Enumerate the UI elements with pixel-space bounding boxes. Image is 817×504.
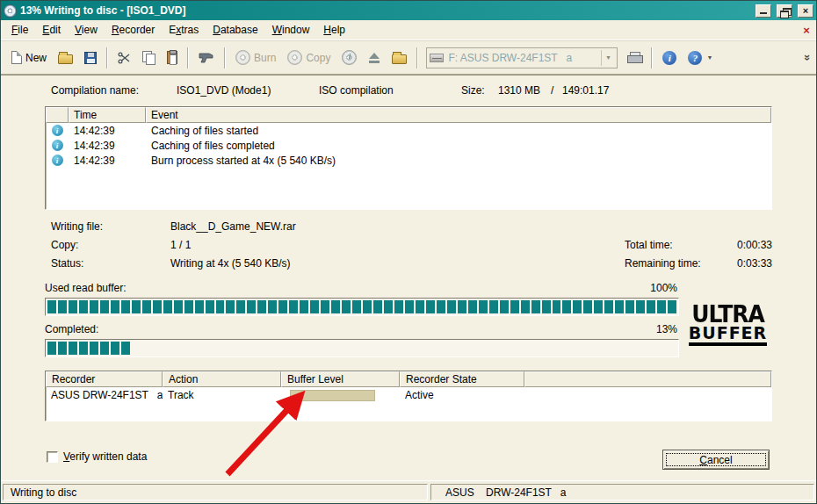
eject-button[interactable]	[363, 48, 386, 68]
log-info-icon: i	[52, 125, 63, 136]
menu-item-edit[interactable]: Edit	[35, 21, 68, 39]
progress-segment	[416, 300, 424, 313]
progress-segment	[373, 300, 382, 313]
verify-checkbox-row: Verify written data	[47, 450, 147, 463]
copy-button[interactable]	[137, 47, 161, 68]
disc-info-icon: i	[342, 50, 357, 65]
menu-item-recorder[interactable]: Recorder	[105, 21, 162, 39]
status-recorder: ASUS DRW-24F1ST a	[430, 484, 814, 500]
recorder-row[interactable]: ASUS DRW-24F1ST aTrackActive	[46, 387, 771, 403]
status-text: Writing to disc	[3, 484, 428, 500]
progress-segment	[562, 342, 571, 355]
column-buffer-level[interactable]: Buffer Level	[281, 371, 400, 387]
copy-label: Copy:	[51, 239, 78, 251]
column-recorder-state[interactable]: Recorder State	[400, 371, 524, 387]
read-buffer-percent: 100%	[616, 282, 677, 294]
compilation-name-label: Compilation name:	[51, 84, 139, 97]
column-recorder[interactable]: Recorder	[46, 371, 163, 387]
log-column-time[interactable]: Time	[69, 107, 146, 123]
menu-item-view[interactable]: View	[68, 21, 105, 39]
progress-segment	[278, 300, 287, 313]
size-separator: /	[551, 84, 553, 97]
log-row[interactable]: i14:42:39Caching of files completed	[46, 138, 771, 153]
progress-segment	[47, 300, 56, 313]
toolbar-overflow-button[interactable]: »	[805, 51, 811, 64]
verify-label[interactable]: Verify written data	[63, 450, 147, 463]
new-button[interactable]: New	[6, 47, 52, 68]
verify-checkbox[interactable]	[47, 451, 58, 463]
new-button-label: New	[25, 52, 47, 64]
cut-button[interactable]	[112, 48, 136, 68]
read-buffer-label: Used read buffer:	[45, 282, 127, 294]
progress-segment	[594, 300, 603, 313]
new-document-icon	[11, 51, 22, 64]
menu-item-extras[interactable]: Extras	[162, 21, 206, 39]
help-icon: ?	[688, 51, 702, 65]
folder-open-icon	[392, 54, 407, 64]
progress-segment	[521, 300, 530, 313]
event-log-header: Time Event	[46, 107, 771, 123]
restore-button[interactable]	[777, 4, 792, 18]
progress-segment	[542, 342, 551, 355]
menu-item-window[interactable]: Window	[265, 21, 317, 39]
progress-segment	[636, 342, 645, 355]
open-disc-folder-button[interactable]	[387, 48, 412, 68]
menu-close-icon[interactable]: ×	[797, 20, 816, 40]
copy-disc-button[interactable]: Copy	[282, 47, 336, 68]
app-window: 13% Writing to disc - [ISO1_DVD] × FileE…	[0, 0, 817, 504]
print-button[interactable]	[622, 48, 647, 67]
toolbar: New Burn	[1, 40, 816, 75]
log-row[interactable]: i14:42:39Burn process started at 4x (5 5…	[46, 153, 771, 168]
help-button[interactable]: ? ▼	[683, 47, 718, 68]
progress-segment	[384, 342, 393, 355]
close-button[interactable]: ×	[798, 4, 813, 18]
progress-segment	[79, 342, 88, 355]
disc-info-button[interactable]: i	[336, 47, 362, 68]
progress-segment	[405, 342, 414, 355]
progress-segment	[657, 300, 666, 313]
read-buffer-bar	[45, 298, 679, 316]
event-log-rows: i14:42:39Caching of files startedi14:42:…	[46, 123, 771, 168]
burn-button[interactable]: Burn	[230, 47, 281, 68]
event-log: Time Event i14:42:39Caching of files sta…	[45, 106, 772, 210]
save-icon	[84, 52, 97, 64]
help-dropdown-icon: ▼	[706, 54, 712, 61]
column-action[interactable]: Action	[163, 371, 281, 387]
writing-file-value: Black__D_Game_NEW.rar	[170, 220, 296, 233]
progress-segment	[289, 342, 298, 355]
column-filler	[524, 371, 771, 387]
progress-segment	[153, 300, 162, 313]
log-column-icon[interactable]	[46, 107, 69, 123]
recorder-state: Active	[400, 389, 524, 401]
menu-item-file[interactable]: File	[4, 21, 35, 39]
menu-item-database[interactable]: Database	[206, 21, 264, 39]
recorder-table-header: Recorder Action Buffer Level Recorder St…	[46, 371, 771, 387]
progress-segment	[352, 342, 361, 355]
paste-button[interactable]	[162, 47, 183, 68]
progress-segment	[625, 342, 634, 355]
eject-icon	[368, 52, 380, 64]
progress-segment	[142, 300, 151, 313]
tools-button[interactable]	[193, 47, 220, 68]
progress-segment	[111, 300, 119, 313]
progress-segment	[121, 342, 130, 355]
menu-items: FileEditViewRecorderExtrasDatabaseWindow…	[1, 20, 797, 40]
open-button[interactable]	[53, 48, 78, 68]
status-value: Writing at 4x (5 540 KB/s)	[170, 257, 291, 270]
progress-segment	[479, 300, 488, 313]
log-column-event[interactable]: Event	[146, 107, 771, 123]
minimize-button[interactable]	[756, 4, 771, 18]
recorder-combo[interactable]: F: ASUS DRW-24F1ST a ▼	[426, 47, 618, 68]
logo-bottom-text: BUFFER	[689, 324, 767, 346]
app-icon	[4, 4, 17, 18]
progress-segment	[111, 342, 119, 355]
progress-segment	[79, 300, 88, 313]
log-event: Caching of files completed	[146, 140, 771, 152]
combo-dropdown-icon[interactable]: ▼	[601, 50, 614, 66]
menu-item-help[interactable]: Help	[316, 21, 352, 39]
cancel-button[interactable]: Cancel	[662, 450, 770, 470]
progress-segment	[257, 342, 266, 355]
info-button[interactable]: i	[657, 47, 682, 68]
log-row[interactable]: i14:42:39Caching of files started	[46, 123, 771, 138]
save-button[interactable]	[79, 48, 102, 68]
